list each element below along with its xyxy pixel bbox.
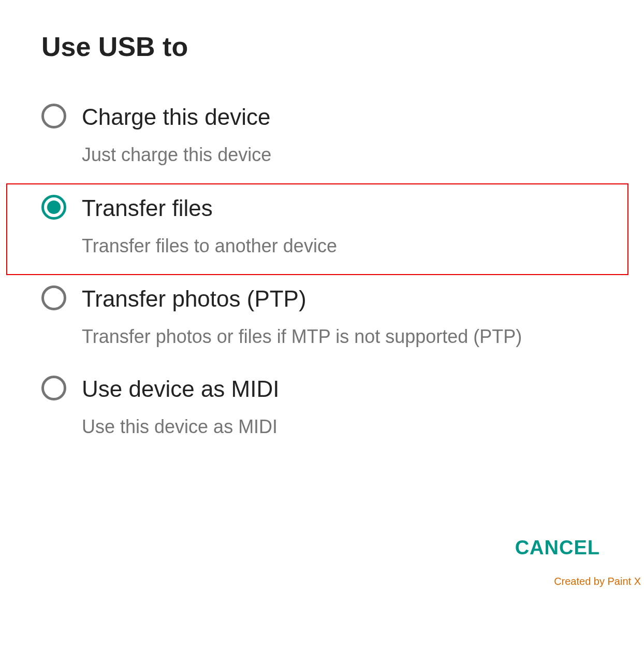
option-text: Charge this device Just charge this devi…: [82, 103, 603, 168]
dialog-title: Use USB to: [41, 31, 603, 62]
option-description: Transfer files to another device: [82, 234, 603, 259]
radio-unselected-icon: [41, 104, 66, 128]
cancel-button[interactable]: CANCEL: [515, 537, 600, 559]
option-text: Transfer files Transfer files to another…: [82, 194, 603, 259]
option-description: Use this device as MIDI: [82, 414, 603, 440]
usb-options-dialog: Use USB to Charge this device Just charg…: [0, 0, 644, 476]
option-label: Use device as MIDI: [82, 375, 603, 403]
option-label: Transfer photos (PTP): [82, 284, 603, 313]
radio-unselected-icon: [41, 376, 66, 400]
option-description: Just charge this device: [82, 142, 603, 168]
watermark-text: Created by Paint X: [554, 576, 641, 587]
option-transfer-files[interactable]: Transfer files Transfer files to another…: [6, 183, 628, 276]
radio-unselected-icon: [41, 285, 66, 310]
option-text: Transfer photos (PTP) Transfer photos or…: [82, 284, 603, 350]
option-midi[interactable]: Use device as MIDI Use this device as MI…: [41, 365, 603, 455]
option-description: Transfer photos or files if MTP is not s…: [82, 324, 603, 350]
option-label: Transfer files: [82, 194, 603, 222]
option-transfer-photos[interactable]: Transfer photos (PTP) Transfer photos or…: [41, 275, 603, 365]
option-label: Charge this device: [82, 103, 603, 131]
option-charge-device[interactable]: Charge this device Just charge this devi…: [41, 93, 603, 183]
radio-selected-icon: [41, 195, 66, 220]
dialog-footer: CANCEL: [515, 537, 600, 559]
option-text: Use device as MIDI Use this device as MI…: [82, 375, 603, 440]
